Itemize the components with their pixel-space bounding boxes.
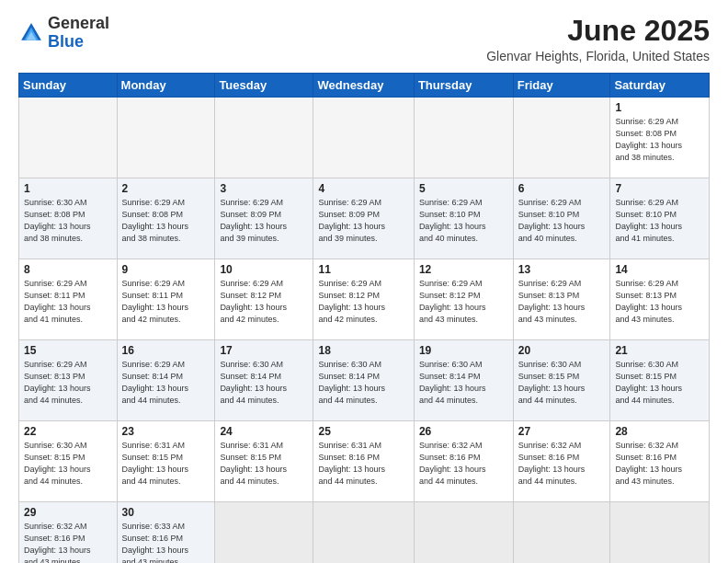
table-cell: 5Sunrise: 6:29 AMSunset: 8:10 PMDaylight… <box>414 178 513 259</box>
day-info: Sunrise: 6:32 AMSunset: 8:16 PMDaylight:… <box>518 440 606 488</box>
day-number: 5 <box>419 182 508 195</box>
table-cell: 18Sunrise: 6:30 AMSunset: 8:14 PMDayligh… <box>313 340 414 421</box>
table-cell <box>117 98 215 178</box>
calendar-row: 1Sunrise: 6:30 AMSunset: 8:08 PMDaylight… <box>19 178 710 259</box>
col-thursday: Thursday <box>414 74 513 98</box>
logo: General Blue <box>18 15 109 52</box>
table-cell: 4Sunrise: 6:29 AMSunset: 8:09 PMDaylight… <box>313 178 414 259</box>
day-number: 19 <box>419 344 508 357</box>
day-info: Sunrise: 6:30 AMSunset: 8:14 PMDaylight:… <box>220 359 308 407</box>
day-number: 20 <box>518 344 606 357</box>
day-info: Sunrise: 6:29 AMSunset: 8:13 PMDaylight:… <box>518 278 606 326</box>
table-cell: 19Sunrise: 6:30 AMSunset: 8:14 PMDayligh… <box>414 340 513 421</box>
day-number: 7 <box>615 182 704 195</box>
table-cell: 9Sunrise: 6:29 AMSunset: 8:11 PMDaylight… <box>117 259 215 340</box>
logo-icon <box>18 20 44 46</box>
table-cell: 12Sunrise: 6:29 AMSunset: 8:12 PMDayligh… <box>414 259 513 340</box>
day-number: 10 <box>220 263 308 276</box>
day-info: Sunrise: 6:29 AMSunset: 8:12 PMDaylight:… <box>419 278 508 326</box>
col-sunday: Sunday <box>19 74 118 98</box>
day-info: Sunrise: 6:29 AMSunset: 8:12 PMDaylight:… <box>318 278 408 326</box>
table-cell: 30Sunrise: 6:33 AMSunset: 8:16 PMDayligh… <box>117 502 215 563</box>
day-info: Sunrise: 6:29 AMSunset: 8:10 PMDaylight:… <box>419 197 508 245</box>
table-cell: 7Sunrise: 6:29 AMSunset: 8:10 PMDaylight… <box>610 178 710 259</box>
logo-text: General Blue <box>48 15 109 52</box>
table-cell <box>215 502 313 563</box>
day-info: Sunrise: 6:29 AMSunset: 8:08 PMDaylight:… <box>122 197 210 245</box>
day-number: 12 <box>419 263 508 276</box>
day-info: Sunrise: 6:30 AMSunset: 8:15 PMDaylight:… <box>518 359 606 407</box>
calendar-row: 8Sunrise: 6:29 AMSunset: 8:11 PMDaylight… <box>19 259 710 340</box>
table-cell: 14Sunrise: 6:29 AMSunset: 8:13 PMDayligh… <box>610 259 710 340</box>
day-info: Sunrise: 6:29 AMSunset: 8:14 PMDaylight:… <box>122 359 210 407</box>
table-cell <box>313 502 414 563</box>
day-number: 18 <box>318 344 408 357</box>
day-info: Sunrise: 6:32 AMSunset: 8:16 PMDaylight:… <box>419 440 508 488</box>
table-cell <box>414 98 513 178</box>
day-info: Sunrise: 6:31 AMSunset: 8:15 PMDaylight:… <box>122 440 210 488</box>
table-cell: 25Sunrise: 6:31 AMSunset: 8:16 PMDayligh… <box>313 421 414 502</box>
day-info: Sunrise: 6:31 AMSunset: 8:16 PMDaylight:… <box>318 440 408 488</box>
table-cell: 15Sunrise: 6:29 AMSunset: 8:13 PMDayligh… <box>19 340 118 421</box>
day-info: Sunrise: 6:31 AMSunset: 8:15 PMDaylight:… <box>220 440 308 488</box>
day-info: Sunrise: 6:29 AMSunset: 8:10 PMDaylight:… <box>615 197 704 245</box>
day-number: 27 <box>518 425 606 438</box>
day-number: 14 <box>615 263 704 276</box>
table-cell: 27Sunrise: 6:32 AMSunset: 8:16 PMDayligh… <box>513 421 610 502</box>
day-number: 29 <box>24 506 112 519</box>
day-info: Sunrise: 6:29 AMSunset: 8:10 PMDaylight:… <box>518 197 606 245</box>
day-number: 9 <box>122 263 210 276</box>
calendar-header-row: Sunday Monday Tuesday Wednesday Thursday… <box>19 74 710 98</box>
day-info: Sunrise: 6:29 AMSunset: 8:11 PMDaylight:… <box>122 278 210 326</box>
table-cell: 20Sunrise: 6:30 AMSunset: 8:15 PMDayligh… <box>513 340 610 421</box>
day-info: Sunrise: 6:30 AMSunset: 8:15 PMDaylight:… <box>24 440 112 488</box>
table-cell: 1Sunrise: 6:29 AMSunset: 8:08 PMDaylight… <box>610 98 710 178</box>
day-number: 21 <box>615 344 704 357</box>
title-block: June 2025 Glenvar Heights, Florida, Unit… <box>486 15 710 63</box>
calendar-table: Sunday Monday Tuesday Wednesday Thursday… <box>18 73 710 563</box>
day-number: 17 <box>220 344 308 357</box>
day-number: 28 <box>615 425 704 438</box>
day-info: Sunrise: 6:32 AMSunset: 8:16 PMDaylight:… <box>24 521 112 563</box>
table-cell <box>215 98 313 178</box>
day-info: Sunrise: 6:29 AMSunset: 8:11 PMDaylight:… <box>24 278 112 326</box>
day-info: Sunrise: 6:32 AMSunset: 8:16 PMDaylight:… <box>615 440 704 488</box>
page: General Blue June 2025 Glenvar Heights, … <box>0 0 728 563</box>
day-number: 15 <box>24 344 112 357</box>
table-cell <box>610 502 710 563</box>
col-wednesday: Wednesday <box>313 74 414 98</box>
table-cell: 29Sunrise: 6:32 AMSunset: 8:16 PMDayligh… <box>19 502 118 563</box>
month-title: June 2025 <box>486 15 710 47</box>
calendar-row: 22Sunrise: 6:30 AMSunset: 8:15 PMDayligh… <box>19 421 710 502</box>
day-number: 11 <box>318 263 408 276</box>
day-info: Sunrise: 6:33 AMSunset: 8:16 PMDaylight:… <box>122 521 210 563</box>
logo-general: General <box>48 14 109 32</box>
day-info: Sunrise: 6:29 AMSunset: 8:13 PMDaylight:… <box>615 278 704 326</box>
table-cell: 13Sunrise: 6:29 AMSunset: 8:13 PMDayligh… <box>513 259 610 340</box>
table-cell: 8Sunrise: 6:29 AMSunset: 8:11 PMDaylight… <box>19 259 118 340</box>
location: Glenvar Heights, Florida, United States <box>486 49 710 63</box>
day-number: 1 <box>24 182 112 195</box>
day-info: Sunrise: 6:30 AMSunset: 8:14 PMDaylight:… <box>318 359 408 407</box>
table-cell <box>313 98 414 178</box>
calendar-row: 1Sunrise: 6:29 AMSunset: 8:08 PMDaylight… <box>19 98 710 178</box>
table-cell: 1Sunrise: 6:30 AMSunset: 8:08 PMDaylight… <box>19 178 118 259</box>
day-number: 30 <box>122 506 210 519</box>
day-info: Sunrise: 6:30 AMSunset: 8:08 PMDaylight:… <box>24 197 112 245</box>
col-friday: Friday <box>513 74 610 98</box>
day-info: Sunrise: 6:30 AMSunset: 8:15 PMDaylight:… <box>615 359 704 407</box>
col-monday: Monday <box>117 74 215 98</box>
table-cell <box>19 98 118 178</box>
table-cell: 26Sunrise: 6:32 AMSunset: 8:16 PMDayligh… <box>414 421 513 502</box>
logo-blue: Blue <box>48 32 84 51</box>
day-number: 13 <box>518 263 606 276</box>
table-cell: 6Sunrise: 6:29 AMSunset: 8:10 PMDaylight… <box>513 178 610 259</box>
col-saturday: Saturday <box>610 74 710 98</box>
day-info: Sunrise: 6:29 AMSunset: 8:09 PMDaylight:… <box>318 197 408 245</box>
table-cell: 3Sunrise: 6:29 AMSunset: 8:09 PMDaylight… <box>215 178 313 259</box>
table-cell: 28Sunrise: 6:32 AMSunset: 8:16 PMDayligh… <box>610 421 710 502</box>
day-number: 6 <box>518 182 606 195</box>
day-info: Sunrise: 6:29 AMSunset: 8:09 PMDaylight:… <box>220 197 308 245</box>
day-number: 3 <box>220 182 308 195</box>
calendar-row: 15Sunrise: 6:29 AMSunset: 8:13 PMDayligh… <box>19 340 710 421</box>
